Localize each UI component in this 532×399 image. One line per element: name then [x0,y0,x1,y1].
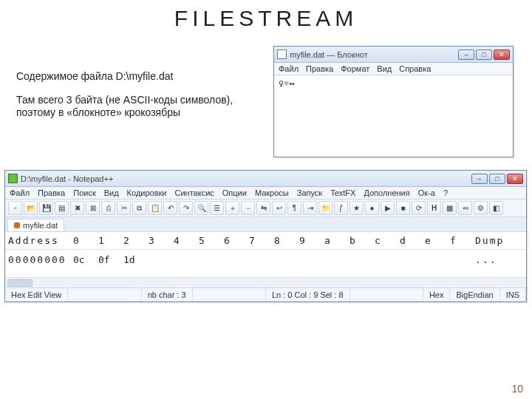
plugin-icon[interactable]: ◧ [489,201,503,215]
npp-titlebar[interactable]: D:\myfile.dat - Notepad++ – □ ✕ [5,171,526,187]
hex-byte[interactable] [349,254,375,265]
menu-file[interactable]: Файл [10,188,30,197]
hex-byte[interactable]: 0c [73,254,98,265]
maximize-button[interactable]: □ [489,174,505,184]
func-icon[interactable]: ƒ [334,201,348,215]
settings-icon[interactable]: ⚙ [474,201,488,215]
menu-options[interactable]: Опции [222,188,247,197]
page-title: FILESTREAM [0,6,532,31]
hex-addr: 00000000 [8,254,73,265]
desc-line-2: Там всего 3 байта (не ASCII-коды символо… [16,94,253,120]
status-position: Ln : 0 Col : 9 Sel : 8 [266,288,350,301]
compare-icon[interactable]: ⇔ [458,201,472,215]
menu-search[interactable]: Поиск [73,188,95,197]
find-icon[interactable]: 🔍 [194,201,208,215]
close-icon[interactable]: ✖ [70,201,84,215]
hex-byte[interactable] [174,254,199,265]
notepad-titlebar[interactable]: myfile.dat — Блокнот – □ ✕ [274,47,513,63]
scrollbar-thumb[interactable] [7,279,33,287]
hex-byte[interactable] [249,254,274,265]
hex-byte[interactable] [274,254,299,265]
menu-view[interactable]: Вид [377,64,392,73]
saveall-icon[interactable]: ▤ [55,201,69,215]
play-icon[interactable]: ▶ [381,201,395,215]
npp-statusbar: Hex Edit View nb char : 3 Ln : 0 Col : 9… [5,287,526,301]
hex-col-5: 5 [199,235,224,246]
page-number: 10 [511,383,523,395]
replace-icon[interactable]: ☰ [210,201,224,215]
hex-icon[interactable]: H [427,201,441,215]
npp-icon [8,174,18,183]
indent-icon[interactable]: ⇥ [303,201,317,215]
menu-edit[interactable]: Правка [306,64,333,73]
hex-byte[interactable] [425,254,450,265]
new-icon[interactable]: ▫ [8,201,22,215]
zoomout-icon[interactable]: － [241,201,255,215]
hex-byte[interactable] [299,254,324,265]
hex-col-c: c [375,235,400,246]
hex-byte[interactable] [224,254,249,265]
print-icon[interactable]: ⎙ [101,201,115,215]
hex-byte[interactable] [375,254,400,265]
hex-byte[interactable] [199,254,224,265]
hex-col-3: 3 [149,235,174,246]
save-icon[interactable]: 💾 [39,201,53,215]
close-button[interactable]: ✕ [507,174,523,184]
notepad-body[interactable]: ♀☼↔ [274,75,513,157]
hex-col-8: 8 [274,235,299,246]
minimize-button[interactable]: – [471,174,488,184]
hex-editor[interactable]: Address 0 1 2 3 4 5 6 7 8 9 a b c d e f … [5,232,526,277]
menu-windows[interactable]: Ок-а [418,188,435,197]
description: Содержимое файла D:\myfile.dat Там всего… [16,70,253,130]
status-mode: Hex [423,288,451,301]
menu-macros[interactable]: Макросы [255,188,289,197]
status-nbchar: nb char : 3 [142,288,193,301]
repeat-icon[interactable]: ⟳ [412,201,426,215]
open-icon[interactable]: 📂 [24,201,38,215]
menu-syntax[interactable]: Синтаксис [175,188,214,197]
menu-format[interactable]: Формат [341,64,369,73]
closeall-icon[interactable]: ⊠ [86,201,100,215]
menu-edit[interactable]: Правка [38,188,65,197]
hex-byte[interactable] [149,254,174,265]
menu-file[interactable]: Файл [279,64,299,73]
menu-run[interactable]: Запуск [297,188,322,197]
notepad-title: myfile.dat — Блокнот [290,50,455,59]
showall-icon[interactable]: ¶ [287,201,301,215]
minimize-button[interactable]: – [458,50,474,60]
folder-icon[interactable]: 📁 [318,201,332,215]
record-icon[interactable]: ● [365,201,379,215]
bookmark-icon[interactable]: ★ [349,201,364,215]
menu-textfx[interactable]: TextFX [330,188,355,197]
zoomin-icon[interactable]: ＋ [225,201,239,215]
menu-encoding[interactable]: Кодировки [127,188,167,197]
menu-view[interactable]: Вид [104,188,119,197]
menu-help[interactable]: ? [443,188,448,197]
menu-plugins[interactable]: Дополнения [364,188,409,197]
notepad-menubar: Файл Правка Формат Вид Справка [274,63,513,75]
redo-icon[interactable]: ↷ [179,201,193,215]
wrap-icon[interactable]: ↩ [272,201,286,215]
hex-byte[interactable] [450,254,475,265]
notepad-icon [277,50,287,59]
file-tab[interactable]: myfile.dat [7,219,64,231]
desc-line-1: Содержимое файла D:\myfile.dat [16,70,253,83]
hex-byte[interactable]: 0f [98,254,123,265]
stop-icon[interactable]: ■ [396,201,410,215]
menu-help[interactable]: Справка [399,64,431,73]
hex-col-2: 2 [123,235,149,246]
undo-icon[interactable]: ↶ [163,201,177,215]
columns-icon[interactable]: ▦ [443,201,457,215]
hex-byte[interactable] [400,254,425,265]
cut-icon[interactable]: ✂ [117,201,131,215]
maximize-button[interactable]: □ [476,50,492,60]
npp-menubar: Файл Правка Поиск Вид Кодировки Синтакси… [5,187,526,200]
horizontal-scrollbar[interactable] [5,277,526,287]
hex-byte[interactable] [324,254,349,265]
sync-icon[interactable]: ⇆ [256,201,270,215]
copy-icon[interactable]: ⧉ [132,201,146,215]
paste-icon[interactable]: 📋 [148,201,162,215]
hex-col-address: Address [8,235,73,246]
hex-byte[interactable]: 1d [123,254,149,265]
close-button[interactable]: ✕ [494,50,510,60]
